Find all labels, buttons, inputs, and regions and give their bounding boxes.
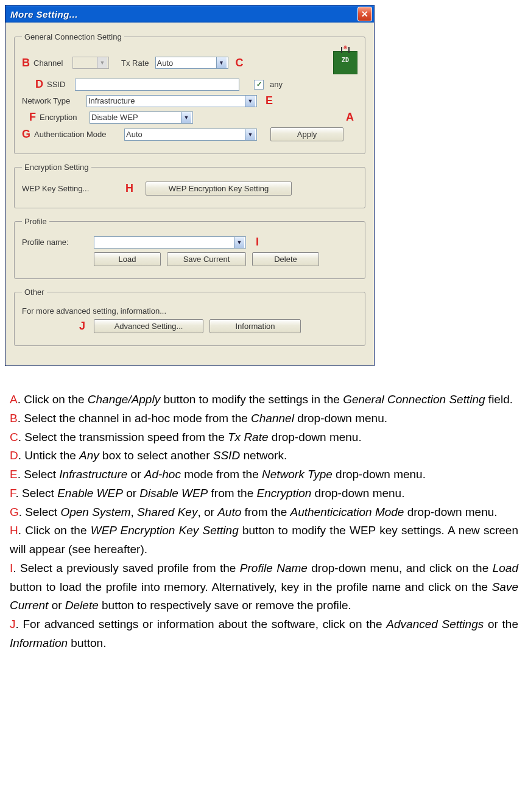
instr-e: . Select Infrastructure or Ad-hoc mode f… xyxy=(18,468,426,481)
instr-d: . Untick the Any box to select another S… xyxy=(18,449,287,462)
any-label: any xyxy=(270,80,283,89)
enc-select[interactable]: Disable WEP ▼ xyxy=(90,111,193,124)
instr-a: . Click on the Change/Apply button to mo… xyxy=(18,393,513,406)
apply-button[interactable]: Apply xyxy=(270,127,343,141)
group-other-legend: Other xyxy=(22,288,47,297)
information-button[interactable]: Information xyxy=(209,319,301,333)
marker-f: F xyxy=(29,111,36,124)
instr-f: . Select Enable WEP or Disable WEP from … xyxy=(16,487,405,500)
letter-j: J xyxy=(10,618,16,630)
instr-i: . Select a previously saved profile from… xyxy=(10,562,518,612)
nettype-value: Infrastructure xyxy=(88,96,135,105)
profile-name-select[interactable]: ▼ xyxy=(94,236,246,249)
group-general: General Connection Setting B Channel ▼ T… xyxy=(14,32,365,154)
wifi-device-icon: ⁕ xyxy=(333,51,357,74)
txrate-value: Auto xyxy=(157,58,174,68)
txrate-label: Tx Rate xyxy=(121,58,149,68)
group-profile: Profile Profile name: ▼ I Load Save Curr… xyxy=(14,217,365,279)
close-button[interactable]: ✕ xyxy=(357,7,372,21)
other-text: For more advanced setting, information..… xyxy=(22,306,166,316)
chevron-down-icon: ▼ xyxy=(97,57,107,68)
group-encryption-legend: Encryption Setting xyxy=(22,163,91,172)
marker-j: J xyxy=(79,320,85,333)
dialog-window: More Setting... ✕ General Connection Set… xyxy=(5,5,375,366)
letter-c: C xyxy=(10,431,18,443)
group-profile-legend: Profile xyxy=(22,217,49,226)
marker-i: I xyxy=(256,236,259,249)
auth-label: Authentication Mode xyxy=(34,130,121,139)
letter-d: D xyxy=(10,449,18,462)
group-encryption: Encryption Setting WEP Key Setting... H … xyxy=(14,163,365,208)
load-button[interactable]: Load xyxy=(94,252,161,266)
txrate-select[interactable]: Auto ▼ xyxy=(155,57,228,69)
channel-select: ▼ xyxy=(72,57,109,69)
delete-button[interactable]: Delete xyxy=(252,252,319,266)
auth-value: Auto xyxy=(126,130,143,139)
instr-c: . Select the transmission speed from the… xyxy=(18,431,362,443)
ssid-label: SSID xyxy=(47,80,71,89)
window-body: General Connection Setting B Channel ▼ T… xyxy=(5,23,374,365)
ssid-input[interactable] xyxy=(75,79,239,91)
save-current-button[interactable]: Save Current xyxy=(167,252,246,266)
auth-select[interactable]: Auto ▼ xyxy=(124,129,257,141)
letter-g: G xyxy=(10,506,19,518)
nettype-select[interactable]: Infrastructure ▼ xyxy=(86,95,257,107)
chevron-down-icon: ▼ xyxy=(245,96,255,107)
titlebar: More Setting... ✕ xyxy=(5,5,374,23)
letter-f: F xyxy=(10,487,16,500)
marker-g: G xyxy=(22,128,30,141)
marker-h: H xyxy=(125,182,133,195)
profile-name-label: Profile name: xyxy=(22,238,89,247)
channel-label: Channel xyxy=(33,58,69,68)
instr-b: . Select the channel in ad-hoc mode from… xyxy=(18,412,387,425)
window-title: More Setting... xyxy=(10,9,78,19)
marker-d: D xyxy=(35,78,43,91)
close-icon: ✕ xyxy=(361,9,368,19)
advanced-setting-button[interactable]: Advanced Setting... xyxy=(94,319,203,333)
instr-j: . For advanced settings or information a… xyxy=(10,618,518,649)
instr-h: . Click on the WEP Encryption Key Settin… xyxy=(10,524,518,556)
group-other: Other For more advanced setting, informa… xyxy=(14,288,365,346)
instr-g: . Select Open System, Shared Key, or Aut… xyxy=(19,506,498,518)
marker-e: E xyxy=(266,94,273,107)
marker-c: C xyxy=(236,57,244,69)
group-general-legend: General Connection Setting xyxy=(22,32,124,41)
letter-a: A xyxy=(10,393,18,406)
chevron-down-icon: ▼ xyxy=(234,237,244,248)
marker-a: A xyxy=(346,111,354,124)
letter-e: E xyxy=(10,468,18,481)
nettype-label: Network Type xyxy=(22,96,83,105)
wep-label: WEP Key Setting... xyxy=(22,184,119,193)
chevron-down-icon: ▼ xyxy=(245,129,255,140)
wep-key-setting-button[interactable]: WEP Encryption Key Setting xyxy=(146,182,292,196)
any-checkbox[interactable]: ✓ xyxy=(254,80,264,90)
chevron-down-icon: ▼ xyxy=(216,57,227,68)
instructions-text: A. Click on the Change/Apply button to m… xyxy=(10,390,518,653)
letter-h: H xyxy=(10,524,18,537)
chevron-down-icon: ▼ xyxy=(181,112,191,123)
marker-b: B xyxy=(22,57,30,69)
enc-label: Encryption xyxy=(40,113,86,122)
enc-value: Disable WEP xyxy=(91,113,138,122)
letter-b: B xyxy=(10,412,18,425)
